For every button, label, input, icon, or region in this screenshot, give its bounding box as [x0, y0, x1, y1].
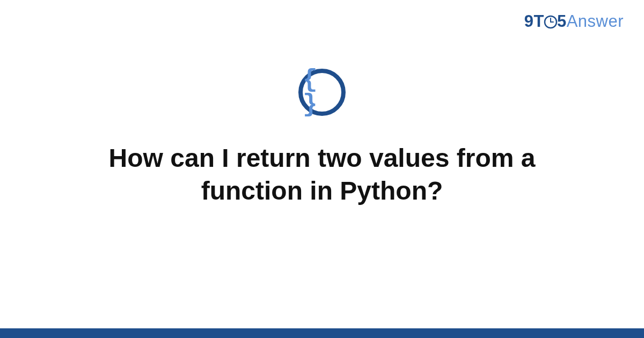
- logo-text-5: 5: [557, 12, 567, 31]
- code-braces-icon: { }: [303, 68, 341, 117]
- question-title: How can I return two values from a funct…: [59, 142, 585, 208]
- logo-text-answer: Answer: [567, 12, 624, 31]
- clock-icon: [544, 14, 558, 33]
- site-logo: 9T5Answer: [524, 12, 624, 33]
- category-icon-circle: { }: [298, 69, 346, 116]
- main-content: { } How can I return two values from a f…: [0, 69, 644, 208]
- logo-text-9t: 9T: [524, 12, 544, 31]
- footer-bar: [0, 328, 644, 338]
